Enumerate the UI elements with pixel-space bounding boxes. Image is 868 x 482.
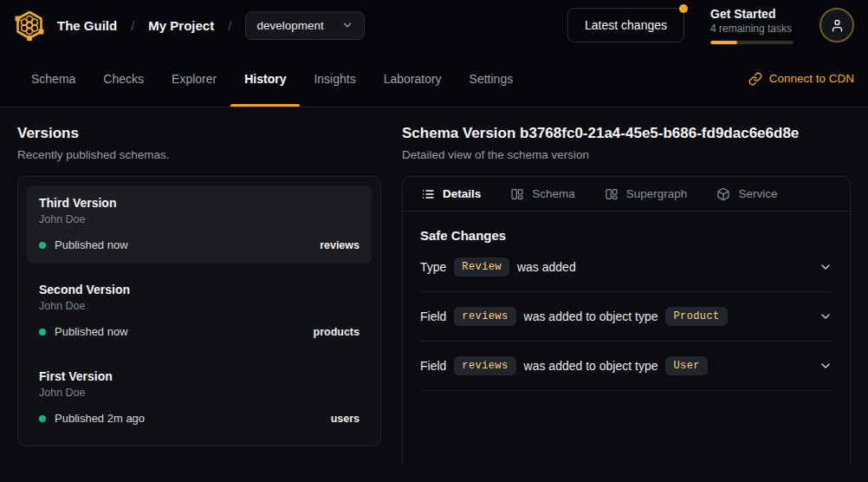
chevron-down-icon[interactable] [819,260,832,274]
tab-schema-label: Schema [532,187,575,200]
detail-tabs: Details Schema Sup [403,177,850,212]
list-icon [421,187,435,201]
published-dot-icon [39,329,46,335]
hive-logo-icon [14,10,45,41]
page-content: Versions Recently published schemas. Thi… [0,107,868,482]
environment-select[interactable]: development [245,11,364,40]
get-started-progress-track [710,41,794,44]
tab-explorer[interactable]: Explorer [158,50,230,107]
chevron-down-icon [341,19,353,31]
nav-tabs: Schema Checks Explorer History Insights … [17,50,527,107]
change-badge: User [665,356,707,375]
versions-list: Third Version John Doe Published now rev… [17,176,381,446]
tab-laboratory[interactable]: Laboratory [370,50,456,107]
version-status: Published now [55,238,128,251]
version-title: Third Version [39,196,360,210]
tab-service-label: Service [738,187,777,200]
breadcrumb-separator: / [131,18,134,33]
tab-details-label: Details [443,187,481,200]
top-bar: The Guild / My Project / development Lat… [0,0,868,107]
version-service-tag: products [314,326,360,338]
version-title: Second Version [39,283,360,296]
version-title: First Version [39,369,360,383]
versions-title: Versions [17,125,381,142]
tab-details[interactable]: Details [421,187,481,201]
change-badge: Product [665,307,727,326]
tab-schema-view[interactable]: Schema [510,187,575,201]
version-service-tag: users [331,413,360,425]
cube-icon [716,187,730,201]
version-service-tag: reviews [320,239,360,251]
org-breadcrumb[interactable]: The Guild [57,18,117,33]
safe-changes-title: Safe Changes [420,228,832,243]
change-prefix: Field [420,359,446,373]
progress-fill [710,41,737,44]
link-icon [748,72,762,86]
change-middle: was added to object type [524,309,658,323]
change-row-field-user[interactable]: Field reviews was added to object type U… [420,342,832,391]
change-middle: was added to object type [524,359,658,373]
change-badge: reviews [454,307,515,326]
tab-service[interactable]: Service [716,187,777,201]
tab-supergraph-label: Supergraph [626,187,688,200]
version-author: John Doe [39,213,360,225]
version-status-row: Published now reviews [39,238,360,251]
change-row-type-review[interactable]: Type Review was added [420,243,832,292]
version-author: John Doe [39,387,360,399]
schema-version-panel: Schema Version b3768fc0-21a4-45e5-b686-f… [402,125,851,465]
version-status-row: Published now products [39,325,360,338]
tab-insights[interactable]: Insights [300,50,369,107]
latest-changes-button[interactable]: Latest changes [567,8,684,42]
versions-subtitle: Recently published schemas. [17,148,381,161]
tab-schema[interactable]: Schema [17,50,89,107]
version-status: Published now [55,325,128,338]
schema-version-subtitle: Detailed view of the schema version [402,148,851,161]
header-right: Latest changes Get Started 4 remaining t… [567,7,854,44]
version-item-second[interactable]: Second Version John Doe Published now pr… [27,272,372,350]
tab-checks[interactable]: Checks [89,50,158,107]
breadcrumb-separator: / [228,18,231,33]
header: The Guild / My Project / development Lat… [0,0,868,50]
get-started-widget[interactable]: Get Started 4 remaining tasks [710,7,794,44]
published-dot-icon [39,242,46,249]
change-row-field-product[interactable]: Field reviews was added to object type P… [420,292,832,342]
get-started-title: Get Started [710,7,794,21]
tab-settings[interactable]: Settings [456,50,528,107]
version-status-row: Published 2m ago users [39,412,360,425]
change-badge: reviews [454,356,515,375]
chevron-down-icon[interactable] [819,359,832,373]
versions-panel: Versions Recently published schemas. Thi… [17,125,381,465]
version-author: John Doe [39,300,360,312]
environment-select-value: development [256,19,323,32]
project-breadcrumb[interactable]: My Project [148,18,214,33]
schema-version-card: Details Schema Sup [402,176,851,465]
change-prefix: Type [420,260,446,274]
tab-history[interactable]: History [230,50,300,107]
version-item-third[interactable]: Third Version John Doe Published now rev… [27,186,372,264]
latest-changes-wrap: Latest changes [567,8,684,42]
change-badge: Review [454,257,509,277]
change-middle: was added [517,260,576,274]
get-started-subtitle: 4 remaining tasks [710,23,794,35]
published-dot-icon [39,415,46,422]
connect-to-cdn-link[interactable]: Connect to CDN [748,50,854,107]
safe-changes-section: Safe Changes Type Review was added Field… [403,212,850,391]
main-nav: Schema Checks Explorer History Insights … [0,50,868,107]
version-item-first[interactable]: First Version John Doe Published 2m ago … [27,359,372,437]
chevron-down-icon[interactable] [819,309,832,323]
notification-dot [679,4,688,13]
version-status: Published 2m ago [55,412,145,425]
tab-supergraph[interactable]: Supergraph [605,187,688,201]
columns-icon [510,187,524,201]
user-icon [830,18,845,33]
avatar[interactable] [819,8,854,42]
columns-icon [605,187,619,201]
change-prefix: Field [420,309,446,323]
schema-version-title: Schema Version b3768fc0-21a4-45e5-b686-f… [402,125,851,142]
connect-to-cdn-label: Connect to CDN [769,72,854,85]
